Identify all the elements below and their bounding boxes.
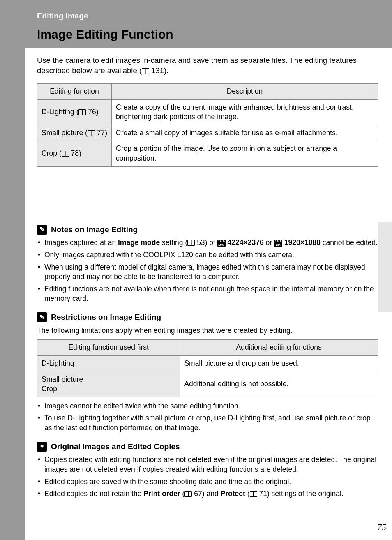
description-cell: Additional editing is not possible. [180,372,378,397]
table-header: Editing function [37,83,112,99]
text: ) of [205,238,217,247]
info-icon: ✦ [37,442,47,452]
page-number: 75 [377,522,386,533]
table-header: Editing function used first [37,340,180,356]
function-cell: Small picture Crop [37,372,180,397]
note-heading-text: Original Images and Edited Copies [51,441,180,452]
book-icon [187,240,195,246]
fn-prefix: Crop ( [42,149,62,157]
intro-text-1: Use the camera to edit images in-camera … [37,56,357,75]
restrictions-section: ✎ Restrictions on Image Editing The foll… [37,312,378,433]
list-item: Editing functions are not available when… [37,284,378,304]
list-item: Copies created with editing functions ar… [37,455,378,474]
book-icon [78,109,86,115]
table-header-row: Editing function Description [37,83,378,99]
mode-bot: 10M [217,243,226,247]
bold-text: Protect [221,489,245,498]
note-list: Images cannot be edited twice with the s… [37,402,378,433]
note-heading-text: Notes on Image Editing [51,224,138,235]
fn-suffix: ) [105,129,107,137]
notes-section: ✎ Notes on Image Editing Images captured… [37,224,378,304]
description-cell: Create a copy of the current image with … [112,99,378,125]
list-item: To use D-Lighting together with small pi… [37,413,378,433]
book-icon [250,491,257,497]
ref: 71 [259,489,267,498]
restrictions-table: Editing function used first Additional e… [37,339,378,397]
list-item: Edited copies do not retain the Print or… [37,489,378,499]
text: cannot be edited. [321,238,378,247]
function-cell: Small picture ( 77) [37,125,112,141]
list-item: Images cannot be edited twice with the s… [37,402,378,411]
mode-bot: 2M [274,243,282,247]
originals-section: ✦ Original Images and Edited Copies Copi… [37,441,378,499]
pencil-icon: ✎ [37,312,47,322]
book-icon [142,68,149,74]
fn-prefix: Small picture ( [42,129,88,137]
bold-text: 1920×1080 [282,238,321,247]
function-cell: Crop ( 78) [37,141,112,166]
note-heading: ✦ Original Images and Edited Copies [37,441,378,452]
text: Edited copies do not retain the [44,489,143,498]
note-heading-text: Restrictions on Image Editing [51,312,161,323]
intro-text-2: ). [164,66,168,75]
bold-text: Print order [143,489,180,498]
note-list: Copies created with editing functions ar… [37,455,378,499]
list-item: Edited copies are saved with the same sh… [37,477,378,487]
editing-function-table: Editing function Description D-Lighting … [37,83,378,167]
fn-ref: 76 [88,108,96,116]
image-mode-icon: 16:910M [217,240,226,247]
function-cell: D-Lighting [37,355,180,372]
note-heading: ✎ Notes on Image Editing [37,224,378,235]
manual-page: Editing Image Image Editing Function Use… [25,0,392,540]
fn-suffix: ) [79,149,81,157]
text: Images captured at an [44,238,118,247]
book-icon [62,151,69,157]
bold-text: Image mode [118,238,160,247]
fn-ref: 77 [97,129,105,137]
text: ( [245,489,250,498]
table-row: D-Lighting ( 76) Create a copy of the cu… [37,99,378,125]
section-label: Editing Image [37,12,380,23]
pencil-icon: ✎ [37,225,47,235]
page-content: Use the camera to edit images in-camera … [25,48,392,510]
intro-paragraph: Use the camera to edit images in-camera … [37,55,378,76]
list-item: Images captured at an Image mode setting… [37,238,378,248]
restrictions-intro: The following limitations apply when edi… [37,326,378,336]
table-row: D-Lighting Small picture and crop can be… [37,355,378,372]
side-tab [378,222,392,312]
table-row: Small picture Crop Additional editing is… [37,372,378,397]
note-list: Images captured at an Image mode setting… [37,238,378,304]
table-row: Small picture ( 77) Create a small copy … [37,125,378,141]
table-row: Crop ( 78) Crop a portion of the image. … [37,141,378,166]
description-cell: Create a small copy of images suitable f… [112,125,378,141]
page-title: Image Editing Function [37,28,380,42]
ref: 67 [194,489,202,498]
fn-ref: 78 [71,149,79,157]
text: setting ( [160,238,187,247]
page-header: Editing Image Image Editing Function [25,0,392,48]
book-icon [184,491,192,497]
table-header: Description [112,83,378,99]
book-icon [88,130,95,136]
text: or [264,238,274,247]
image-mode-icon: 16:92M [274,240,282,247]
table-header: Additional editing functions [180,340,378,356]
fn-suffix: ) [96,108,99,116]
description-cell: Small picture and crop can be used. [180,355,378,372]
bold-text: 4224×2376 [226,238,264,247]
list-item: Only images captured with the COOLPIX L1… [37,250,378,260]
table-header-row: Editing function used first Additional e… [37,340,378,356]
fn-prefix: D-Lighting ( [42,108,78,116]
note-heading: ✎ Restrictions on Image Editing [37,312,378,323]
function-cell: D-Lighting ( 76) [37,99,112,125]
intro-ref: 131 [151,66,164,75]
description-cell: Crop a portion of the image. Use to zoom… [112,141,378,166]
ref: 53 [197,238,205,247]
text: ) settings of the original. [267,489,344,498]
text: ) and [202,489,221,498]
text: ( [180,489,185,498]
list-item: When using a different model of digital … [37,263,378,282]
